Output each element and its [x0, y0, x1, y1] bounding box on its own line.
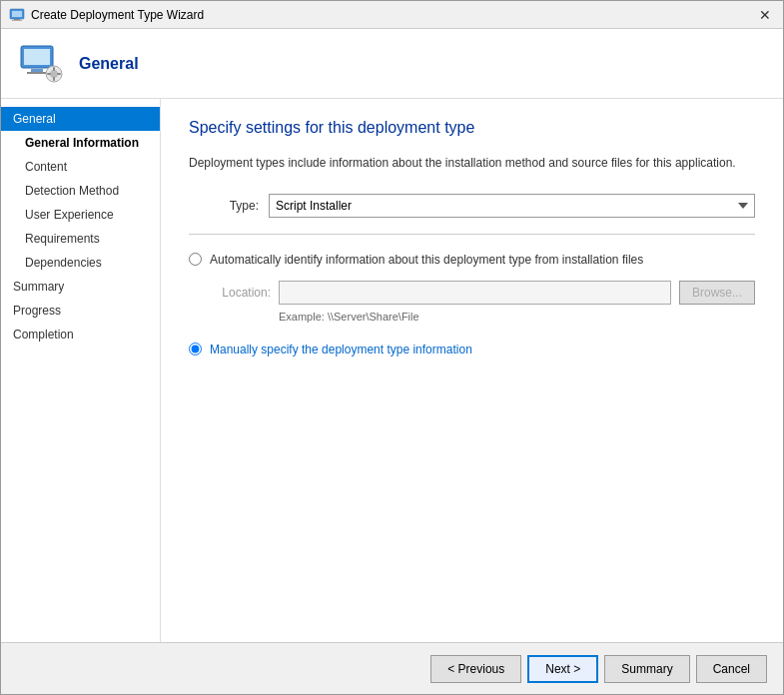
- title-bar-left: Create Deployment Type Wizard: [9, 7, 204, 23]
- svg-rect-5: [24, 49, 50, 65]
- location-label: Location:: [213, 286, 271, 300]
- sidebar-item-dependencies[interactable]: Dependencies: [1, 251, 160, 275]
- svg-rect-11: [53, 77, 55, 81]
- svg-rect-12: [47, 73, 51, 75]
- wizard-icon: [9, 7, 25, 23]
- svg-rect-13: [57, 73, 61, 75]
- svg-rect-10: [53, 67, 55, 71]
- footer: < Previous Next > Summary Cancel: [1, 642, 783, 694]
- sidebar-item-summary[interactable]: Summary: [1, 275, 160, 299]
- sidebar-item-general-information[interactable]: General Information: [1, 131, 160, 155]
- svg-point-9: [50, 70, 58, 78]
- sidebar-item-requirements[interactable]: Requirements: [1, 227, 160, 251]
- svg-rect-3: [12, 20, 22, 21]
- title-bar: Create Deployment Type Wizard ✕: [1, 1, 783, 29]
- sidebar-item-general[interactable]: General: [1, 107, 160, 131]
- cancel-button[interactable]: Cancel: [696, 655, 767, 683]
- header-section: General: [1, 29, 783, 99]
- content-title: Specify settings for this deployment typ…: [189, 119, 755, 137]
- manual-radio-button[interactable]: [189, 343, 202, 355]
- close-button[interactable]: ✕: [755, 5, 775, 25]
- example-text: Example: \\Server\Share\File: [279, 311, 755, 323]
- sidebar-item-progress[interactable]: Progress: [1, 299, 160, 323]
- header-computer-icon: [17, 40, 65, 88]
- svg-rect-1: [12, 11, 22, 17]
- content-area: Specify settings for this deployment typ…: [161, 99, 783, 642]
- sidebar-item-user-experience[interactable]: User Experience: [1, 203, 160, 227]
- location-input[interactable]: [279, 281, 671, 305]
- info-text: Deployment types include information abo…: [189, 155, 755, 172]
- auto-radio-row: Automatically identify information about…: [189, 253, 755, 267]
- auto-radio-button[interactable]: [189, 253, 202, 266]
- sidebar-item-detection-method[interactable]: Detection Method: [1, 179, 160, 203]
- sidebar-item-completion[interactable]: Completion: [1, 323, 160, 347]
- next-button[interactable]: Next >: [527, 655, 598, 683]
- main-content: General General Information Content Dete…: [1, 99, 783, 642]
- type-select[interactable]: Script Installer: [269, 194, 755, 218]
- svg-rect-7: [27, 72, 47, 74]
- sidebar: General General Information Content Dete…: [1, 99, 161, 642]
- radio-group: Automatically identify information about…: [189, 253, 755, 356]
- title-bar-text: Create Deployment Type Wizard: [31, 8, 204, 22]
- manual-radio-label[interactable]: Manually specify the deployment type inf…: [210, 343, 472, 356]
- type-label: Type:: [189, 199, 259, 213]
- location-row: Location: Browse...: [213, 281, 755, 305]
- header-title: General: [79, 55, 139, 73]
- wizard-window: Create Deployment Type Wizard ✕ General …: [0, 0, 784, 695]
- summary-button[interactable]: Summary: [604, 655, 689, 683]
- divider: [189, 234, 755, 235]
- type-row: Type: Script Installer: [189, 194, 755, 218]
- manual-radio-row: Manually specify the deployment type inf…: [189, 343, 755, 356]
- auto-radio-label[interactable]: Automatically identify information about…: [210, 253, 643, 267]
- sidebar-item-content[interactable]: Content: [1, 155, 160, 179]
- previous-button[interactable]: < Previous: [430, 655, 521, 683]
- browse-button[interactable]: Browse...: [679, 281, 755, 305]
